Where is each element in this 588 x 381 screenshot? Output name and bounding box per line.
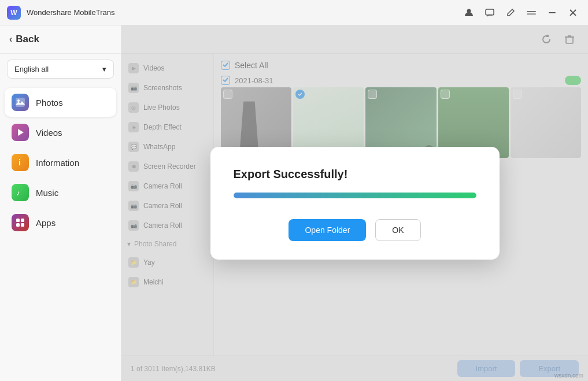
- progress-bar-bg: [234, 193, 476, 198]
- dropdown-label: English all: [14, 65, 49, 73]
- svg-rect-1: [486, 9, 494, 15]
- sidebar-item-videos[interactable]: Videos: [5, 118, 116, 147]
- modal-actions: Open Folder OK: [234, 219, 476, 241]
- titlebar: W Wondershare MobileTrans: [0, 0, 588, 25]
- sidebar-item-information[interactable]: i Information: [5, 148, 116, 177]
- svg-rect-16: [21, 223, 24, 227]
- svg-rect-14: [21, 219, 24, 222]
- progress-bar-fill: [234, 193, 476, 198]
- svg-text:♪: ♪: [16, 188, 20, 197]
- svg-rect-2: [527, 11, 536, 12]
- main-layout: ‹ Back English all ▾ Photos Videos: [0, 25, 588, 381]
- sidebar-nav: Photos Videos i Information ♪: [0, 84, 121, 241]
- back-label: Back: [16, 34, 39, 45]
- apps-label: Apps: [36, 218, 56, 228]
- svg-rect-3: [527, 13, 536, 14]
- svg-rect-15: [16, 223, 20, 227]
- profile-button[interactable]: [461, 5, 477, 21]
- videos-icon: [12, 124, 29, 141]
- modal-overlay: Export Successfully! Open Folder OK: [121, 25, 588, 381]
- modal-title: Export Successfully!: [234, 168, 476, 181]
- apps-icon: [12, 214, 29, 231]
- information-icon: i: [12, 154, 29, 171]
- more-button[interactable]: [523, 5, 539, 21]
- app-title: Wondershare MobileTrans: [27, 8, 461, 17]
- sidebar-item-apps[interactable]: Apps: [5, 208, 116, 237]
- svg-rect-13: [16, 219, 20, 222]
- sidebar-item-photos[interactable]: Photos: [5, 88, 116, 117]
- content-area: ▶ Videos 📷 Screenshots ◎ Live Photos ◈ D…: [121, 25, 588, 381]
- chat-button[interactable]: [482, 5, 498, 21]
- close-button[interactable]: [565, 5, 581, 21]
- ok-button[interactable]: OK: [375, 219, 420, 241]
- photos-icon: [12, 94, 29, 111]
- language-dropdown[interactable]: English all ▾: [7, 60, 114, 79]
- export-success-modal: Export Successfully! Open Folder OK: [210, 147, 500, 260]
- minimize-button[interactable]: [544, 5, 560, 21]
- edit-button[interactable]: [502, 5, 519, 21]
- svg-rect-8: [16, 98, 25, 107]
- app-logo: W: [7, 6, 21, 20]
- music-icon: ♪: [12, 184, 29, 201]
- sidebar-item-music[interactable]: ♪ Music: [5, 178, 116, 207]
- svg-marker-10: [18, 129, 24, 136]
- back-button[interactable]: ‹ Back: [0, 25, 121, 54]
- music-label: Music: [36, 188, 58, 198]
- information-label: Information: [36, 158, 79, 168]
- svg-text:i: i: [19, 158, 21, 167]
- back-chevron-icon: ‹: [9, 34, 12, 45]
- svg-rect-4: [549, 12, 556, 13]
- videos-label: Videos: [36, 128, 62, 138]
- open-folder-button[interactable]: Open Folder: [289, 219, 366, 241]
- svg-point-9: [17, 99, 20, 102]
- window-controls: [461, 5, 581, 21]
- chevron-down-icon: ▾: [102, 65, 106, 73]
- photos-label: Photos: [36, 98, 63, 108]
- sidebar: ‹ Back English all ▾ Photos Videos: [0, 25, 121, 381]
